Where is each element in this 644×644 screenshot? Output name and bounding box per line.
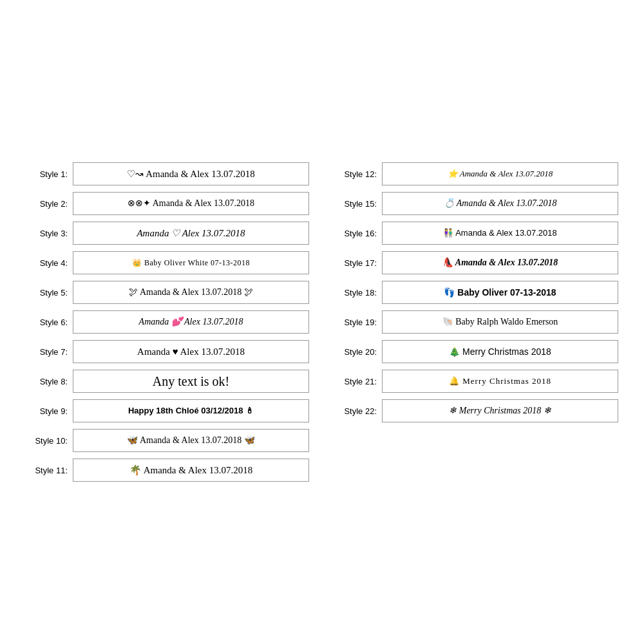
style-label-style2: Style 2: [26,199,68,209]
style-text-style1: ♡↝ Amanda & Alex 13.07.2018 [127,168,255,180]
style-row-style6: Style 6:Amanda 💕 Alex 13.07.2018 [26,310,309,334]
style-box-style11: 🌴 Amanda & Alex 13.07.2018 [73,459,309,482]
style-text-style4: 👑 Baby Oliver White 07-13-2018 [132,258,250,267]
style-row-style5: Style 5:🕊 Amanda & Alex 13.07.2018 🕊 [26,281,309,304]
style-text-style10: 🦋 Amanda & Alex 13.07.2018 🦋 [127,435,255,446]
style-label-style6: Style 6: [26,317,68,327]
style-row-style12: Style 12:⭐ Amanda & Alex 13.07.2018 [335,162,618,185]
style-label-style12: Style 12: [335,169,377,179]
style-box-style18: 👣 Baby Oliver 07-13-2018 [382,281,618,304]
style-box-style6: Amanda 💕 Alex 13.07.2018 [73,310,309,334]
style-box-style16: 👫 Amanda & Alex 13.07.2018 [382,222,618,245]
style-row-style10: Style 10:🦋 Amanda & Alex 13.07.2018 🦋 [26,429,309,452]
style-row-style1: Style 1:♡↝ Amanda & Alex 13.07.2018 [26,162,309,185]
style-box-style12: ⭐ Amanda & Alex 13.07.2018 [382,162,618,185]
style-text-style3: Amanda ♡ Alex 13.07.2018 [137,227,245,239]
style-box-style5: 🕊 Amanda & Alex 13.07.2018 🕊 [73,281,309,304]
style-row-style7: Style 7:Amanda ♥ Alex 13.07.2018 [26,340,309,363]
style-text-style8: Any text is ok! [153,374,229,389]
style-row-style17: Style 17:👠 Amanda & Alex 13.07.2018 [335,251,618,274]
style-text-style6: Amanda 💕 Alex 13.07.2018 [139,317,243,328]
style-label-style19: Style 19: [335,317,377,327]
style-text-style17: 👠 Amanda & Alex 13.07.2018 [442,258,558,269]
style-box-style22: ❄ Merry Christmas 2018 ❄ [382,399,618,422]
style-box-style17: 👠 Amanda & Alex 13.07.2018 [382,251,618,274]
style-row-style9: Style 9:Happy 18th Chloé 03/12/2018 🕯 [26,399,309,422]
style-box-style7: Amanda ♥ Alex 13.07.2018 [73,340,309,363]
style-text-style9: Happy 18th Chloé 03/12/2018 🕯 [128,406,254,416]
style-row-style18: Style 18:👣 Baby Oliver 07-13-2018 [335,281,618,304]
style-text-style11: 🌴 Amanda & Alex 13.07.2018 [129,464,253,476]
styles-container: Style 1:♡↝ Amanda & Alex 13.07.2018Style… [0,137,644,507]
style-row-style19: Style 19:🐚 Baby Ralph Waldo Emerson [335,310,618,334]
style-box-style15: 💍 Amanda & Alex 13.07.2018 [382,192,618,215]
style-text-style22: ❄ Merry Christmas 2018 ❄ [449,406,551,417]
style-label-style4: Style 4: [26,258,68,268]
style-label-style16: Style 16: [335,229,377,238]
style-row-style2: Style 2:⊗⊗✦ Amanda & Alex 13.07.2018 [26,192,309,215]
style-box-style9: Happy 18th Chloé 03/12/2018 🕯 [73,399,309,422]
style-box-style4: 👑 Baby Oliver White 07-13-2018 [73,251,309,274]
style-box-style3: Amanda ♡ Alex 13.07.2018 [73,222,309,245]
style-box-style21: 🔔 Merry Christmas 2018 [382,370,618,393]
style-label-style17: Style 17: [335,258,377,268]
style-box-style10: 🦋 Amanda & Alex 13.07.2018 🦋 [73,429,309,452]
style-box-style1: ♡↝ Amanda & Alex 13.07.2018 [73,162,309,185]
style-label-style22: Style 22: [335,406,377,416]
style-label-style1: Style 1: [26,169,68,179]
style-text-style12: ⭐ Amanda & Alex 13.07.2018 [448,169,553,179]
style-text-style2: ⊗⊗✦ Amanda & Alex 13.07.2018 [128,198,254,209]
style-row-style20: Style 20:🎄 Merry Christmas 2018 [335,340,618,363]
style-label-style20: Style 20: [335,347,377,357]
style-label-style10: Style 10: [26,436,68,446]
style-text-style18: 👣 Baby Oliver 07-13-2018 [444,287,556,298]
style-box-style8: Any text is ok! [73,370,309,393]
style-text-style21: 🔔 Merry Christmas 2018 [449,376,551,386]
style-label-style7: Style 7: [26,347,68,357]
style-row-style8: Style 8:Any text is ok! [26,370,309,393]
style-row-style21: Style 21:🔔 Merry Christmas 2018 [335,370,618,393]
style-label-style11: Style 11: [26,466,68,475]
style-row-style11: Style 11:🌴 Amanda & Alex 13.07.2018 [26,459,309,482]
style-row-style3: Style 3:Amanda ♡ Alex 13.07.2018 [26,222,309,245]
style-text-style7: Amanda ♥ Alex 13.07.2018 [137,346,245,357]
style-box-style20: 🎄 Merry Christmas 2018 [382,340,618,363]
style-text-style16: 👫 Amanda & Alex 13.07.2018 [443,228,556,238]
style-label-style5: Style 5: [26,288,68,298]
style-label-style15: Style 15: [335,199,377,209]
style-label-style21: Style 21: [335,377,377,386]
style-label-style3: Style 3: [26,229,68,238]
style-box-style19: 🐚 Baby Ralph Waldo Emerson [382,310,618,334]
style-text-style5: 🕊 Amanda & Alex 13.07.2018 🕊 [129,287,253,298]
style-text-style20: 🎄 Merry Christmas 2018 [449,346,551,357]
style-label-style18: Style 18: [335,288,377,298]
right-column: Style 12:⭐ Amanda & Alex 13.07.2018Style… [335,162,618,482]
style-row-style4: Style 4:👑 Baby Oliver White 07-13-2018 [26,251,309,274]
style-text-style19: 🐚 Baby Ralph Waldo Emerson [442,317,558,328]
style-row-style22: Style 22:❄ Merry Christmas 2018 ❄ [335,399,618,422]
left-column: Style 1:♡↝ Amanda & Alex 13.07.2018Style… [26,162,309,482]
style-label-style9: Style 9: [26,406,68,416]
style-text-style15: 💍 Amanda & Alex 13.07.2018 [444,198,557,209]
style-row-style15: Style 15:💍 Amanda & Alex 13.07.2018 [335,192,618,215]
style-label-style8: Style 8: [26,377,68,386]
style-box-style2: ⊗⊗✦ Amanda & Alex 13.07.2018 [73,192,309,215]
style-row-style16: Style 16:👫 Amanda & Alex 13.07.2018 [335,222,618,245]
